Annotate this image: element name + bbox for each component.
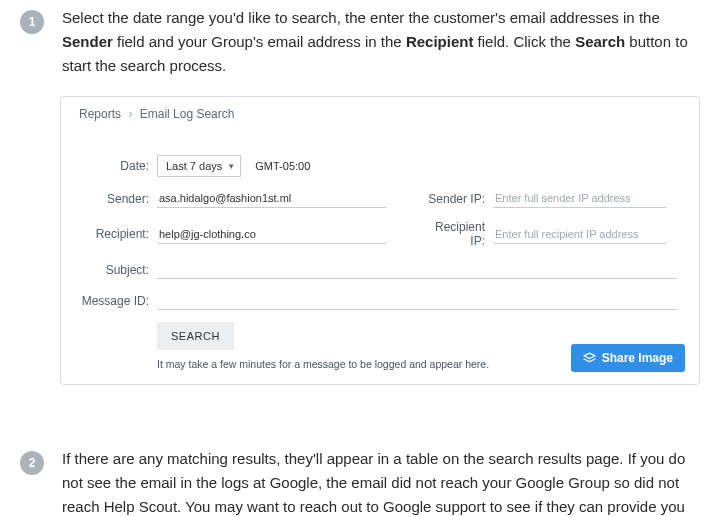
breadcrumb-root[interactable]: Reports <box>79 107 121 121</box>
step-2-text: If there are any matching results, they'… <box>62 447 700 517</box>
breadcrumb-leaf: Email Log Search <box>140 107 235 121</box>
step-2: 2 If there are any matching results, the… <box>0 441 720 517</box>
step-1: 1 Select the date range you'd like to se… <box>0 0 720 78</box>
step1-part-a: Select the date range you'd like to sear… <box>62 9 660 26</box>
email-log-search-panel: Reports › Email Log Search Date: Last 7 … <box>60 96 700 385</box>
label-subject: Subject: <box>79 263 157 277</box>
share-button-label: Share Image <box>602 351 673 365</box>
row-message-id: Message ID: <box>79 291 681 310</box>
label-sender-ip: Sender IP: <box>417 192 493 206</box>
search-button[interactable]: SEARCH <box>157 322 234 350</box>
step1-part-b: field and your Group's email address in … <box>113 33 406 50</box>
search-form: Date: Last 7 days ▼ GMT-05:00 Sender: Se… <box>79 155 681 370</box>
row-sender: Sender: Sender IP: <box>79 189 681 208</box>
row-subject: Subject: <box>79 260 681 279</box>
share-image-button[interactable]: Share Image <box>571 344 685 372</box>
step-1-text: Select the date range you'd like to sear… <box>62 6 700 78</box>
message-id-input[interactable] <box>157 291 677 310</box>
chevron-down-icon: ▼ <box>227 162 235 171</box>
date-dropdown[interactable]: Last 7 days ▼ <box>157 155 241 177</box>
panel-wrap: Reports › Email Log Search Date: Last 7 … <box>0 78 720 425</box>
recipient-ip-input[interactable] <box>493 225 667 244</box>
subject-input[interactable] <box>157 260 677 279</box>
layers-icon <box>583 352 596 365</box>
sender-ip-input[interactable] <box>493 189 667 208</box>
bold-search: Search <box>575 33 625 50</box>
timezone-label: GMT-05:00 <box>255 160 310 172</box>
sender-input[interactable] <box>157 189 387 208</box>
label-recipient: Recipient: <box>79 227 157 241</box>
step1-part-c: field. Click the <box>473 33 575 50</box>
bold-sender: Sender <box>62 33 113 50</box>
step-number-2: 2 <box>20 451 44 475</box>
bold-recipient: Recipient <box>406 33 474 50</box>
row-recipient: Recipient: Recipient IP: <box>79 220 681 248</box>
recipient-input[interactable] <box>157 225 387 244</box>
label-recipient-ip: Recipient IP: <box>417 220 493 248</box>
breadcrumb: Reports › Email Log Search <box>79 107 681 121</box>
step-number-1: 1 <box>20 10 44 34</box>
breadcrumb-separator: › <box>128 107 132 121</box>
label-message-id: Message ID: <box>79 294 157 308</box>
svg-marker-0 <box>584 353 595 358</box>
row-date: Date: Last 7 days ▼ GMT-05:00 <box>79 155 681 177</box>
date-value: Last 7 days <box>166 160 222 172</box>
label-date: Date: <box>79 159 157 173</box>
label-sender: Sender: <box>79 192 157 206</box>
